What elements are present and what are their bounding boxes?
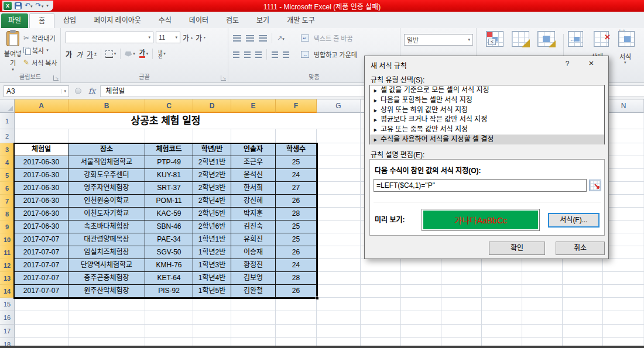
ribbon-tab[interactable]: 데이터: [180, 13, 217, 28]
copy-button[interactable]: 복사▾: [23, 44, 57, 56]
row-number[interactable]: 9: [0, 220, 15, 233]
cell-code[interactable]: SGV-50: [145, 246, 193, 259]
bold-button[interactable]: 가: [66, 49, 72, 59]
cell-code[interactable]: KUY-81: [145, 169, 193, 182]
cell-code[interactable]: PIS-92: [145, 285, 193, 298]
col-header-f[interactable]: F: [276, 99, 317, 113]
cell-place[interactable]: 단양역사체험학교: [68, 259, 145, 272]
delete-cells-icon[interactable]: ✕: [594, 31, 609, 47]
row-number[interactable]: 12: [0, 259, 15, 272]
select-all-corner[interactable]: [0, 99, 15, 113]
rule-type-item[interactable]: ►상위 또는 하위 값만 서식 지정: [370, 105, 604, 115]
align-right-icon[interactable]: [255, 51, 262, 58]
merge-center-icon[interactable]: ↔: [301, 51, 309, 58]
cell-students[interactable]: 25: [276, 220, 317, 233]
cell-place[interactable]: 원주산악체험장: [68, 285, 145, 298]
col-header-n[interactable]: N: [604, 99, 644, 113]
merge-center-label[interactable]: 병합하고 가운데: [314, 50, 357, 59]
borders-button[interactable]: ▾: [105, 50, 117, 58]
cell-code[interactable]: PTP-49: [145, 156, 193, 169]
header-cell[interactable]: 장소: [68, 143, 145, 156]
align-top-icon[interactable]: [233, 35, 241, 42]
fill-color-button[interactable]: ▾: [125, 51, 135, 57]
col-header-c[interactable]: C: [145, 99, 193, 113]
wrap-text-label[interactable]: 텍스트 줄 바꿈: [314, 33, 353, 43]
dialog-help-button[interactable]: ?: [563, 60, 572, 68]
cell-place[interactable]: 영주자연체험장: [68, 182, 145, 195]
format-cells-label[interactable]: 서식: [619, 51, 631, 61]
cell-teacher[interactable]: 이승재: [231, 246, 276, 259]
cell-place[interactable]: 인천원숭이학교: [68, 195, 145, 208]
cell-code[interactable]: POM-11: [145, 195, 193, 208]
rule-type-item[interactable]: ►고유 또는 중복 값만 서식 지정: [370, 125, 604, 135]
clipboard-dialog-launcher-icon[interactable]: ↘: [53, 75, 59, 81]
italic-button[interactable]: 가: [76, 49, 83, 59]
font-size-combo[interactable]: 11▾: [156, 32, 180, 43]
ribbon-tab[interactable]: 개발 도구: [278, 13, 324, 28]
cell-grade[interactable]: 2학년1반: [193, 156, 231, 169]
cell-code[interactable]: KMH-76: [145, 259, 193, 272]
cell-students[interactable]: 25: [276, 156, 317, 169]
insert-cells-icon[interactable]: ←: [568, 31, 583, 47]
cell-place[interactable]: 속초바다체험장: [68, 220, 145, 233]
cell-students[interactable]: 26: [276, 246, 317, 259]
row-number[interactable]: 13: [0, 272, 15, 285]
row-number[interactable]: 11: [0, 246, 15, 259]
cell-place[interactable]: 이천도자기학교: [68, 208, 145, 220]
cancel-button[interactable]: 취소: [556, 242, 605, 255]
cell-teacher[interactable]: 조근우: [231, 156, 276, 169]
cell-grade[interactable]: 2학년4반: [193, 195, 231, 208]
cell-grade[interactable]: 1학년5반: [193, 285, 231, 298]
tab-file[interactable]: 파일: [1, 13, 28, 28]
cell-students[interactable]: 24: [276, 259, 317, 272]
wrap-text-icon[interactable]: ↵: [301, 35, 309, 42]
active-cell-a3[interactable]: 체험일: [15, 143, 68, 156]
cell-code[interactable]: KET-64: [145, 272, 193, 285]
formula-input[interactable]: [374, 179, 587, 192]
cell-grade[interactable]: 2학년2반: [193, 169, 231, 182]
cell-students[interactable]: 25: [276, 233, 317, 246]
cell-teacher[interactable]: 김완철: [231, 285, 276, 298]
cell-teacher[interactable]: 윤석신: [231, 169, 276, 182]
customize-qat-icon[interactable]: ▾: [46, 4, 49, 8]
cell-grade[interactable]: 1학년3반: [193, 259, 231, 272]
rule-type-item[interactable]: ►다음을 포함하는 셀만 서식 지정: [370, 95, 604, 105]
ribbon-tab[interactable]: 페이지 레이아웃: [85, 13, 150, 28]
font-color-button[interactable]: 가▾: [139, 50, 149, 58]
paste-button[interactable]: 붙여넣기 ▾: [4, 31, 22, 72]
cell-teacher[interactable]: 김보영: [231, 272, 276, 285]
cell-date[interactable]: 2017-07-07: [15, 246, 68, 259]
sheet-title-cell[interactable]: 상공초 체험 일정: [15, 113, 317, 129]
cell-place[interactable]: 강화도우주센터: [68, 169, 145, 182]
row-number[interactable]: 3: [0, 143, 15, 156]
decrease-indent-icon[interactable]: [272, 51, 278, 58]
row-number[interactable]: 7: [0, 195, 15, 208]
cell-date[interactable]: 2017-07-07: [15, 259, 68, 272]
cell-students[interactable]: 24: [276, 169, 317, 182]
row-number[interactable]: 14: [0, 285, 15, 298]
cell-grade[interactable]: 2학년6반: [193, 220, 231, 233]
ribbon-tab[interactable]: 삽입: [54, 13, 85, 28]
cell-date[interactable]: 2017-06-30: [15, 169, 68, 182]
font-name-combo[interactable]: ▾: [66, 32, 153, 43]
cell-teacher[interactable]: 유희진: [231, 233, 276, 246]
format-button[interactable]: 서식(F)...: [548, 213, 600, 228]
cell-code[interactable]: KAC-59: [145, 208, 193, 220]
grow-font-button[interactable]: 가: [183, 33, 193, 43]
shrink-font-button[interactable]: 가: [196, 33, 206, 43]
fx-icon[interactable]: fx: [88, 87, 95, 95]
cell-code[interactable]: SBN-46: [145, 220, 193, 233]
cell-teacher[interactable]: 강신혜: [231, 195, 276, 208]
cell-date[interactable]: 2017-06-30: [15, 220, 68, 233]
ok-button[interactable]: 확인: [489, 242, 545, 255]
format-as-table-icon[interactable]: [512, 31, 529, 47]
cell-date[interactable]: 2017-07-07: [15, 285, 68, 298]
orientation-icon[interactable]: ↗▾: [277, 35, 285, 42]
rule-type-item[interactable]: ►평균보다 크거나 작은 값만 서식 지정: [370, 115, 604, 125]
header-cell[interactable]: 인솔자: [231, 143, 276, 156]
cell-date[interactable]: 2017-06-30: [15, 182, 68, 195]
header-cell[interactable]: 학생수: [276, 143, 317, 156]
excel-logo-icon[interactable]: X: [4, 2, 12, 10]
cell-place[interactable]: 서울직업체험학교: [68, 156, 145, 169]
row-number[interactable]: 17: [0, 325, 15, 338]
